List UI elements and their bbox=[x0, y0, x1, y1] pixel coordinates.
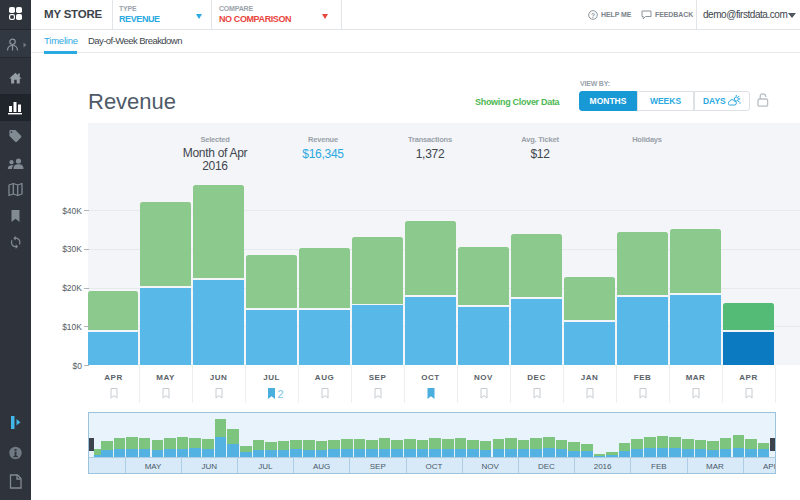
svg-text:2: 2 bbox=[278, 388, 284, 399]
svg-text:?: ? bbox=[591, 12, 595, 19]
